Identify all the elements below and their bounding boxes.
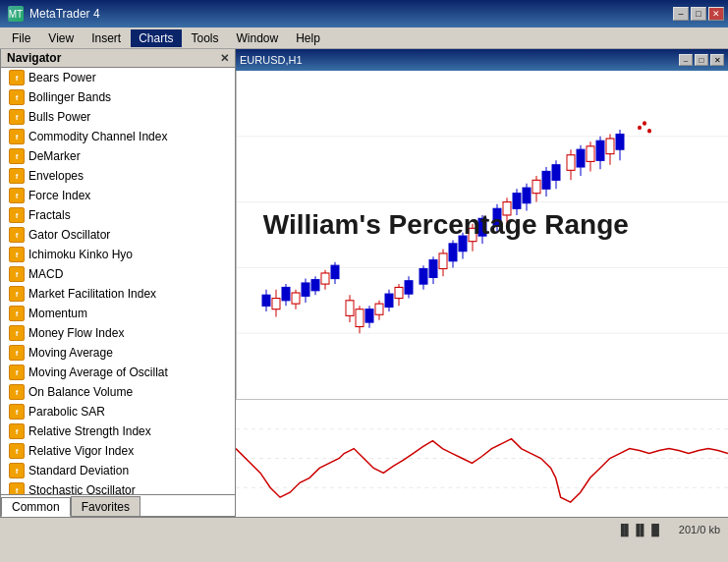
- svg-rect-33: [405, 281, 413, 294]
- navigator-title: Navigator: [7, 51, 61, 65]
- title-bar-left: MT MetaTrader 4: [8, 6, 100, 22]
- inner-maximize-button[interactable]: □: [695, 54, 708, 66]
- navigator-item[interactable]: fMoving Average of Oscillat: [1, 363, 235, 382]
- nav-item-label: Bulls Power: [28, 110, 90, 124]
- svg-rect-17: [321, 273, 329, 284]
- nav-item-label: Gator Oscillator: [28, 228, 110, 242]
- navigator-item[interactable]: fDeMarker: [1, 146, 235, 166]
- nav-item-icon: f: [9, 482, 25, 494]
- navigator-item[interactable]: fForce Index: [1, 186, 235, 205]
- nav-item-icon: f: [9, 188, 25, 203]
- nav-item-icon: f: [9, 168, 25, 184]
- svg-point-74: [638, 126, 642, 130]
- svg-rect-69: [596, 140, 604, 160]
- menu-item-file[interactable]: File: [4, 29, 38, 47]
- menu-item-help[interactable]: Help: [288, 29, 328, 47]
- nav-tab-favorites[interactable]: Favorites: [71, 496, 140, 516]
- nav-item-label: Fractals: [28, 208, 71, 222]
- memory-status: 201/0 kb: [679, 524, 720, 535]
- nav-item-label: Relative Strength Index: [28, 424, 151, 438]
- nav-item-icon: f: [9, 423, 25, 439]
- menu-item-view[interactable]: View: [40, 29, 82, 47]
- nav-item-icon: f: [9, 365, 25, 380]
- oscillator-panel: [236, 399, 728, 517]
- close-button[interactable]: ✕: [708, 7, 724, 21]
- nav-item-icon: f: [9, 286, 25, 302]
- navigator-item[interactable]: fParabolic SAR: [1, 402, 235, 422]
- svg-rect-15: [311, 280, 319, 291]
- candlestick-chart: [237, 71, 728, 399]
- svg-rect-35: [420, 269, 427, 285]
- svg-rect-55: [523, 188, 531, 203]
- title-bar: MT MetaTrader 4 – □ ✕: [0, 0, 728, 28]
- nav-item-label: Relative Vigor Index: [28, 444, 134, 458]
- nav-item-label: Ichimoku Kinko Hyo: [28, 248, 133, 261]
- svg-rect-73: [616, 135, 624, 150]
- chart-canvas[interactable]: William's Percentage Range: [236, 71, 728, 399]
- nav-item-label: Bears Power: [28, 71, 96, 84]
- navigator-item[interactable]: fMoving Average: [1, 343, 235, 363]
- navigator-panel: Navigator ✕ fBears PowerfBollinger Bands…: [0, 49, 236, 517]
- nav-item-icon: f: [9, 247, 25, 262]
- svg-rect-39: [439, 253, 447, 269]
- app-icon: MT: [8, 6, 24, 22]
- nav-item-icon: f: [9, 89, 25, 105]
- status-memory-icon: ▐▌▐▌▐▌: [617, 524, 663, 535]
- svg-point-76: [647, 129, 651, 133]
- nav-item-label: On Balance Volume: [28, 385, 133, 399]
- navigator-item[interactable]: fBulls Power: [1, 107, 235, 127]
- navigator-item[interactable]: fEnvelopes: [1, 166, 235, 186]
- navigator-item[interactable]: fStochastic Oscillator: [1, 480, 235, 494]
- nav-item-label: Moving Average: [28, 346, 113, 360]
- inner-window-buttons[interactable]: – □ ✕: [679, 54, 724, 66]
- nav-item-label: Market Facilitation Index: [28, 287, 156, 301]
- svg-rect-7: [272, 299, 280, 309]
- navigator-item[interactable]: fStandard Deviation: [1, 461, 235, 480]
- svg-rect-45: [469, 228, 476, 241]
- navigator-item[interactable]: fFractals: [1, 205, 235, 225]
- svg-rect-47: [478, 218, 486, 236]
- menu-item-window[interactable]: Window: [229, 29, 287, 47]
- navigator-item[interactable]: fBears Power: [1, 68, 235, 87]
- menu-item-tools[interactable]: Tools: [184, 29, 227, 47]
- nav-tab-common[interactable]: Common: [1, 497, 71, 517]
- nav-item-icon: f: [9, 148, 25, 164]
- nav-item-label: Momentum: [28, 307, 87, 320]
- status-bar: ▐▌▐▌▐▌ 201/0 kb: [0, 517, 728, 540]
- svg-rect-5: [262, 295, 270, 306]
- nav-item-label: Force Index: [28, 189, 90, 202]
- nav-item-icon: f: [9, 227, 25, 243]
- nav-item-icon: f: [9, 109, 25, 125]
- nav-item-label: MACD: [28, 267, 63, 281]
- inner-close-button[interactable]: ✕: [710, 54, 724, 66]
- svg-rect-67: [587, 146, 594, 162]
- oscillator-chart: [236, 400, 728, 517]
- navigator-item[interactable]: fMACD: [1, 264, 235, 284]
- nav-item-label: Envelopes: [28, 169, 84, 183]
- nav-item-label: Moving Average of Oscillat: [28, 365, 168, 379]
- navigator-item[interactable]: fMarket Facilitation Index: [1, 284, 235, 304]
- nav-item-label: Commodity Channel Index: [28, 130, 167, 143]
- menu-item-insert[interactable]: Insert: [84, 29, 129, 47]
- navigator-item[interactable]: fIchimoku Kinko Hyo: [1, 245, 235, 264]
- app-title: MetaTrader 4: [29, 7, 100, 21]
- minimize-button[interactable]: –: [673, 7, 689, 21]
- svg-rect-25: [365, 309, 373, 322]
- navigator-item[interactable]: fMoney Flow Index: [1, 323, 235, 343]
- navigator-close-button[interactable]: ✕: [220, 52, 229, 65]
- navigator-item[interactable]: fMomentum: [1, 304, 235, 323]
- navigator-item[interactable]: fRelative Strength Index: [1, 422, 235, 441]
- svg-rect-49: [493, 208, 501, 226]
- navigator-item[interactable]: fOn Balance Volume: [1, 382, 235, 402]
- nav-item-label: Stochastic Oscillator: [28, 483, 136, 494]
- navigator-item[interactable]: fCommodity Channel Index: [1, 127, 235, 146]
- menu-bar: FileViewInsertChartsToolsWindowHelp: [0, 28, 728, 49]
- menu-item-charts[interactable]: Charts: [131, 29, 181, 47]
- navigator-item[interactable]: fRelative Vigor Index: [1, 441, 235, 461]
- navigator-item[interactable]: fGator Oscillator: [1, 225, 235, 245]
- navigator-item[interactable]: fBollinger Bands: [1, 87, 235, 107]
- maximize-button[interactable]: □: [691, 7, 706, 21]
- inner-minimize-button[interactable]: –: [679, 54, 693, 66]
- svg-rect-9: [282, 287, 290, 300]
- title-bar-buttons[interactable]: – □ ✕: [673, 7, 724, 21]
